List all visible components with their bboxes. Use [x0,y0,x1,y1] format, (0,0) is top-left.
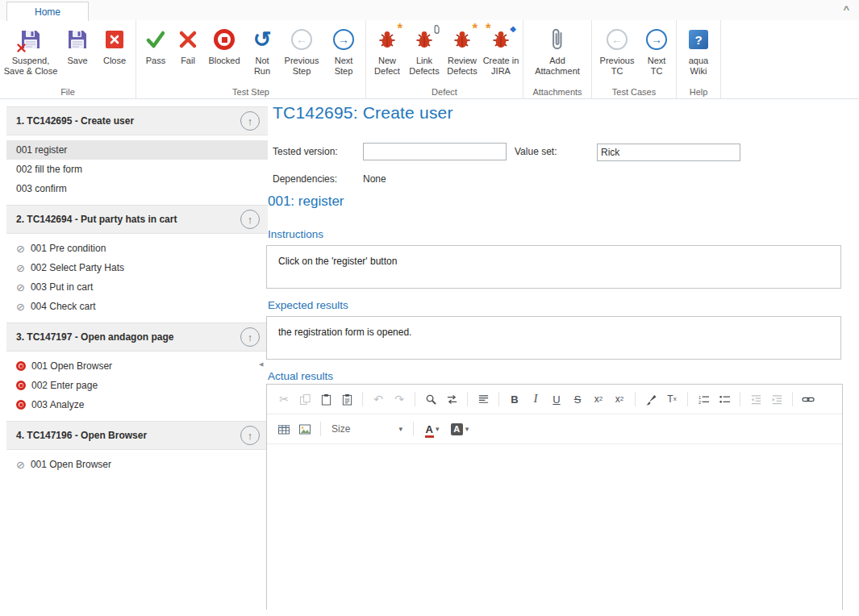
bold-button[interactable]: B [505,389,524,409]
background-color-button[interactable]: A ▾ [447,419,473,439]
fail-button[interactable]: Fail [173,20,202,66]
group-label-defect: Defect [366,87,523,97]
paste-plain-text-button[interactable] [337,389,357,409]
step-label: 001 Open Browser [31,459,111,470]
step-item[interactable]: 001 register [6,140,268,160]
blocked-icon [16,361,26,371]
not-run-arrow-icon: ↺ [253,24,272,55]
group-label-help: Help [677,87,720,97]
step-item[interactable]: ⊘003 Put in cart [6,277,268,297]
add-attachment-label: Add Attachment [527,56,588,77]
test-step-navigator: 1. TC142695 - Create user ↑ 001 register… [6,106,268,616]
decrease-indent-button[interactable] [746,389,765,409]
step-item[interactable]: ⊘004 Check cart [6,297,268,316]
scroll-to-top-icon[interactable]: ↑ [240,327,260,347]
superscript-button[interactable]: x2 [610,389,629,409]
instructions-heading: Instructions [268,228,323,240]
link-defects-label: Link Defects [407,56,442,77]
close-button[interactable]: Close [97,20,132,66]
remove-format-button[interactable]: Tx [662,389,682,409]
new-defect-button[interactable]: * New Defect [369,20,405,77]
increase-indent-button[interactable] [767,389,786,409]
superscript-digit: 2 [620,396,623,402]
format-painter-button[interactable] [641,389,661,409]
scroll-to-top-icon[interactable]: ↑ [240,426,260,445]
strikethrough-button[interactable]: S [568,389,587,409]
step-item[interactable]: 002 fill the form [6,160,268,179]
replace-button[interactable] [442,389,461,409]
font-size-select[interactable]: Size ▾ [327,419,407,439]
link-button[interactable] [799,389,818,409]
save-button[interactable]: Save [60,20,95,66]
testcase-header[interactable]: 3. TC147197 - Open andagon page ↑ [6,323,268,352]
not-run-button[interactable]: ↺ Not Run [246,20,278,77]
step-item[interactable]: 001 Open Browser [6,356,268,376]
next-step-button[interactable]: → Next Step [325,20,362,77]
toolbar-separator [415,392,415,406]
copy-button[interactable] [295,389,315,409]
subscript-button[interactable]: x2 [589,389,608,409]
scroll-to-top-icon[interactable]: ↑ [240,210,260,229]
paste-button[interactable] [316,389,336,409]
bullet-list-button[interactable] [715,389,734,409]
aqua-wiki-button[interactable]: ? aqua Wiki [680,20,717,77]
page-title: TC142695: Create user [273,103,453,123]
not-run-icon: ⊘ [16,282,25,293]
toolbar-separator [740,392,740,406]
testcase-title: 2. TC142694 - Put party hats in cart [16,214,240,225]
blocked-button[interactable]: Blocked [204,20,244,66]
tested-version-input[interactable] [363,143,507,160]
tab-home[interactable]: Home [6,2,89,21]
step-label: 001 Open Browser [31,360,112,372]
actual-results-editor: ✂ ↶ ↷ [266,384,843,610]
text-color-letter: A [426,423,433,435]
splitter-collapse-icon[interactable]: ◀ [259,361,263,368]
underline-button[interactable]: U [547,389,566,409]
link-defects-bug-icon [413,24,436,55]
previous-step-button[interactable]: ← Previous Step [280,20,323,77]
blocked-stop-icon [214,24,235,55]
ribbon-tab-bar: Home ^ [0,0,859,21]
value-set-input[interactable] [597,144,740,161]
previous-tc-button[interactable]: ← Previous TC [595,20,639,77]
text-color-button[interactable]: A ▾ [419,419,445,439]
next-tc-button[interactable]: → Next TC [640,20,673,77]
actual-results-text-area[interactable] [267,444,842,610]
scroll-to-top-icon[interactable]: ↑ [240,111,260,131]
step-item[interactable]: ⊘001 Open Browser [6,455,268,474]
testcase-header[interactable]: 1. TC142695 - Create user ↑ [6,106,268,135]
fail-label: Fail [181,56,195,66]
step-item[interactable]: ⊘001 Pre condition [6,239,268,258]
step-item[interactable]: 003 confirm [6,179,268,198]
insert-image-button[interactable] [295,419,315,439]
chevron-down-icon: ▾ [398,425,402,433]
review-defects-button[interactable]: * Review Defects [444,20,481,77]
remove-format-x: x [673,396,677,402]
find-button[interactable] [421,389,440,409]
not-run-icon: ⊘ [16,302,25,312]
suspend-save-close-button[interactable]: Suspend, Save & Close [3,20,58,77]
paragraph-format-button[interactable] [473,389,493,409]
collapse-ribbon-icon[interactable]: ^ [843,3,849,15]
numbered-list-button[interactable]: 12 [694,389,713,409]
italic-button[interactable]: I [526,389,545,409]
next-tc-label: Next TC [640,56,673,77]
testcase-header[interactable]: 2. TC142694 - Put party hats in cart ↑ [6,205,268,234]
create-in-jira-bug-icon: * ◆ [490,24,512,55]
value-set-label: Value set: [515,146,557,157]
step-item[interactable]: 003 Analyze [6,395,268,414]
actual-results-heading: Actual results [268,370,333,382]
step-item[interactable]: 002 Enter page [6,376,268,395]
pass-button[interactable]: Pass [140,20,172,66]
add-attachment-button[interactable]: Add Attachment [527,20,588,77]
testcase-header[interactable]: 4. TC147196 - Open Browser ↑ [6,421,268,450]
undo-button[interactable]: ↶ [369,389,388,409]
next-tc-icon: → [646,24,667,55]
blocked-icon [16,400,26,410]
create-in-jira-button[interactable]: * ◆ Create in JIRA [482,20,519,77]
step-item[interactable]: ⊘002 Select Party Hats [6,258,268,277]
link-defects-button[interactable]: Link Defects [407,20,442,77]
insert-table-button[interactable] [274,419,294,439]
cut-button[interactable]: ✂ [274,389,294,409]
redo-button[interactable]: ↷ [390,389,409,409]
